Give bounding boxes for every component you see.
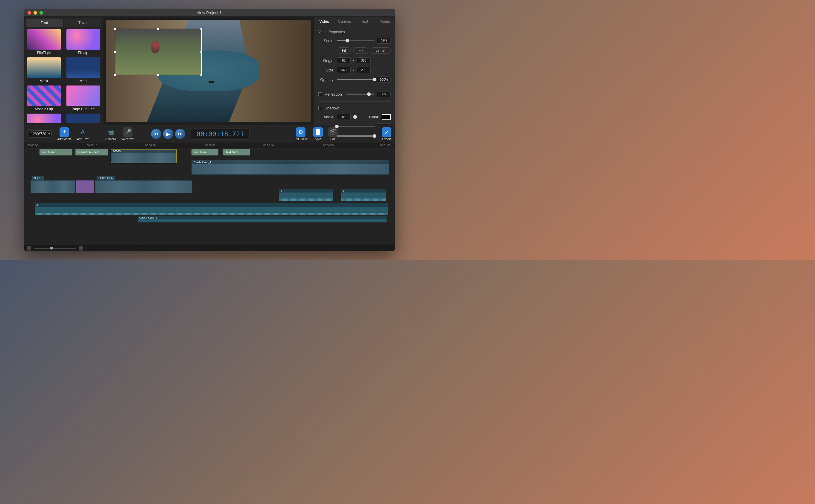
next-button[interactable]: ⏭	[175, 129, 185, 139]
window-title: New Project 1	[24, 10, 395, 15]
timeline-clip[interactable]: a	[341, 189, 386, 201]
tab-tran[interactable]: Tran	[64, 19, 101, 27]
timeline-clip[interactable]: a	[279, 189, 333, 201]
camera-icon: 📹	[106, 127, 115, 137]
effect-item[interactable]: Mod	[65, 57, 100, 83]
timeline-tracks[interactable]: Text HereTransition Effect00013Text Here…	[24, 148, 395, 245]
timeline-clip[interactable]	[30, 180, 75, 193]
effect-thumbnail	[66, 85, 100, 106]
plus-icon: +	[59, 127, 69, 137]
scale-slider[interactable]	[337, 40, 375, 41]
center-button[interactable]: center	[371, 47, 391, 54]
timeline-clip[interactable]: Castle Keep_1	[138, 216, 387, 222]
timeline[interactable]: 00:00:0000:00:1000:00:2000:00:3000:00:40…	[24, 143, 395, 251]
resize-handle[interactable]	[200, 28, 202, 30]
timeline-clip[interactable]: a	[35, 203, 388, 215]
effect-thumbnail	[66, 114, 100, 123]
zoom-in-icon[interactable]	[79, 246, 83, 251]
minimize-button[interactable]	[33, 11, 37, 15]
shadow-color-swatch[interactable]	[382, 114, 391, 120]
fill-button[interactable]: Fill	[353, 47, 368, 54]
camera-button[interactable]: 📹 Camera	[105, 127, 116, 141]
effect-label: Mosaic Flip	[35, 107, 53, 111]
effect-label: Page Curl Left	[71, 107, 94, 111]
resize-handle[interactable]	[157, 28, 159, 30]
shadow-opacity-slider[interactable]	[337, 135, 375, 137]
resolution-select[interactable]: 1280*720	[28, 130, 52, 138]
timeline-clip[interactable]: Transition Effect	[75, 149, 108, 155]
effect-item[interactable]: FlipFight	[26, 29, 61, 55]
ruler-mark: 00:00:50	[323, 144, 334, 147]
effect-item[interactable]: Paper	[65, 114, 100, 123]
add-text-button[interactable]: A Add Text	[77, 127, 88, 141]
effect-item[interactable]: Page Curl Left	[65, 85, 100, 111]
shadow-checkbox[interactable]	[318, 106, 322, 110]
effect-item[interactable]: Page Curl Right	[26, 114, 61, 123]
timeline-clip[interactable]: Text Here	[39, 149, 72, 155]
timeline-ruler[interactable]: 00:00:0000:00:1000:00:2000:00:3000:00:40…	[24, 143, 395, 148]
effect-thumbnail	[27, 29, 61, 50]
effect-label: Mod	[80, 79, 86, 83]
resize-handle[interactable]	[114, 74, 116, 76]
resize-handle[interactable]	[114, 51, 116, 53]
overlay-selection[interactable]	[115, 29, 201, 75]
reflection-checkbox[interactable]	[318, 92, 322, 96]
tab-canvas[interactable]: Canvas	[335, 17, 355, 26]
boat-icon	[209, 76, 214, 83]
opacity-value[interactable]: 100%	[377, 77, 391, 83]
timeline-clip[interactable]: Text Here	[223, 149, 250, 155]
shadow-label: Shadow	[325, 106, 339, 110]
zoom-out-icon[interactable]	[27, 246, 31, 251]
timeline-clip[interactable]: 00013	[111, 149, 176, 163]
effect-label: Mask	[39, 79, 48, 83]
previous-button[interactable]: ⏮	[151, 129, 161, 139]
origin-y[interactable]: 360	[357, 57, 371, 63]
resize-handle[interactable]	[114, 28, 116, 30]
tab-text[interactable]: Text	[26, 19, 63, 27]
effect-thumbnail	[27, 85, 61, 106]
effect-thumbnail	[27, 57, 61, 78]
zoom-slider[interactable]	[34, 248, 76, 249]
playhead[interactable]	[137, 148, 137, 245]
angle-value[interactable]: 0°	[337, 114, 351, 120]
scale-value[interactable]: 28%	[377, 38, 391, 44]
angle-dial[interactable]	[353, 115, 357, 119]
origin-x[interactable]: 62	[337, 57, 351, 63]
export-button[interactable]: ↗ Export	[382, 127, 391, 141]
timeline-clip[interactable]: Text Here	[191, 149, 219, 155]
voiceover-button[interactable]: 🎤 Voiceover	[121, 127, 135, 141]
gear-icon: ⚙	[296, 127, 306, 137]
reflection-value[interactable]: 80%	[377, 91, 391, 97]
fit-button[interactable]: Fit	[337, 47, 351, 54]
resize-handle[interactable]	[200, 51, 202, 53]
tab-text-props[interactable]: Text	[355, 17, 375, 26]
preview-frame[interactable]	[106, 20, 311, 122]
edit-button[interactable]: 🎬 Edit	[328, 127, 338, 141]
offset-slider[interactable]	[337, 126, 375, 127]
fullscreen-button[interactable]	[39, 11, 43, 15]
size-w[interactable]: 540	[337, 67, 351, 73]
effect-item[interactable]: FlipUp	[65, 29, 100, 55]
ruler-mark: 00:00:00	[28, 144, 38, 147]
tab-media[interactable]: Media	[375, 17, 395, 26]
tab-video[interactable]: Video	[314, 17, 335, 26]
effect-thumbnail	[66, 29, 100, 50]
zoom-bar	[24, 245, 395, 251]
opacity-slider[interactable]	[337, 79, 375, 80]
effect-item[interactable]: Mask	[26, 57, 61, 83]
timeline-clip[interactable]	[76, 180, 94, 193]
close-button[interactable]	[28, 11, 31, 15]
effect-item[interactable]: Mosaic Flip	[26, 85, 61, 111]
edit-guide-button[interactable]: ⚙ Edit Guide	[294, 127, 308, 141]
timeline-clip[interactable]: Castle Keep_1	[191, 160, 389, 175]
resize-handle[interactable]	[157, 74, 159, 76]
play-button[interactable]: ▶	[163, 129, 173, 139]
size-h[interactable]: 296	[357, 67, 371, 73]
split-button[interactable]: ▐▌ Split	[313, 127, 323, 141]
reflection-slider[interactable]	[346, 94, 375, 95]
add-media-button[interactable]: + Add Media	[57, 127, 71, 141]
resize-handle[interactable]	[200, 74, 202, 76]
color-label: Color:	[369, 115, 379, 119]
timeline-clip[interactable]	[95, 180, 192, 193]
properties-panel: Video Canvas Text Media Video Properties…	[314, 17, 395, 125]
